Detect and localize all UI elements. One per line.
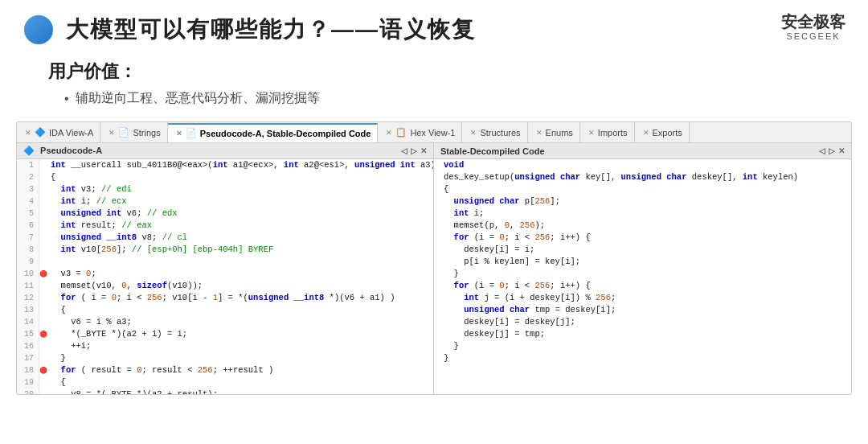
tab-close-icon[interactable]: ✕ <box>588 129 595 137</box>
tab-label[interactable]: IDA View-A <box>49 128 93 138</box>
tab-icon: 📄 <box>118 127 129 138</box>
tab-structures[interactable]: ✕ Structures <box>462 122 527 142</box>
tab-strings[interactable]: ✕ 📄 Strings <box>100 122 167 142</box>
line-number: 5 <box>17 208 39 220</box>
table-row: } <box>440 352 851 364</box>
table-row: { <box>440 183 851 195</box>
bullet-icon: • <box>64 92 69 106</box>
logo-sub: SECGEEK <box>781 31 845 41</box>
tab-icon: 🔷 <box>35 127 46 138</box>
user-value-item: • 辅助逆向工程、恶意代码分析、漏洞挖掘等 <box>48 90 820 107</box>
tab-label[interactable]: Enums <box>546 128 573 138</box>
logo-area: 安全极客 SECGEEK <box>781 11 845 41</box>
tab-imports[interactable]: ✕ Imports <box>580 122 635 142</box>
right-panel-controls: ◁ ▷ ✕ <box>819 146 845 155</box>
table-row: 16 ++i; <box>17 340 433 352</box>
code-text: unsigned char p[256]; <box>440 195 851 208</box>
tab-close-icon[interactable]: ✕ <box>176 130 182 138</box>
code-text: for (i = 0; i < 256; i++) { <box>440 232 851 244</box>
close-panel-icon[interactable]: ✕ <box>420 146 427 155</box>
user-value-text: 辅助逆向工程、恶意代码分析、漏洞挖掘等 <box>76 90 320 107</box>
table-row: for (i = 0; i < 256; i++) { <box>440 232 851 244</box>
left-panel-header: 🔷 Pseudocode-A ◁ ▷ ✕ <box>17 143 433 159</box>
scroll-left-icon[interactable]: ◁ <box>401 146 407 155</box>
tab-close-icon[interactable]: ✕ <box>108 129 115 137</box>
right-panel-title: Stable-Decompiled Code <box>440 146 545 156</box>
tab-hex-view[interactable]: ✕ 📋 Hex View-1 <box>378 122 462 142</box>
table-row: 1 int __usercall sub_4011B0@<eax>(int a1… <box>17 159 433 171</box>
tab-exports[interactable]: ✕ Exports <box>635 122 690 142</box>
tab-ida-view[interactable]: ✕ 🔷 IDA View-A <box>17 122 100 142</box>
tab-close-icon[interactable]: ✕ <box>536 129 542 137</box>
code-text: } <box>47 352 433 364</box>
scroll-right-icon-r[interactable]: ▷ <box>829 146 835 155</box>
table-row: 6 int result; // eax <box>17 220 433 232</box>
tab-enums[interactable]: ✕ Enums <box>528 122 580 142</box>
logo-main: 安全极客 <box>781 11 845 33</box>
tab-label[interactable]: Strings <box>133 128 160 138</box>
code-text: int __usercall sub_4011B0@<eax>(int a1@<… <box>47 159 433 171</box>
line-number: 11 <box>17 280 39 292</box>
table-row: 15 🔴 *(_BYTE *)(a2 + i) = i; <box>17 328 433 340</box>
code-text: { <box>47 171 433 183</box>
ide-body: 🔷 Pseudocode-A ◁ ▷ ✕ 1 int __usercall su… <box>17 143 851 394</box>
tab-bar: ✕ 🔷 IDA View-A ✕ 📄 Strings ✕ 📄 Pseudocod… <box>17 122 851 143</box>
code-text: void <box>440 159 851 171</box>
table-row: deskey[i] = i; <box>440 244 851 256</box>
ide-container: ✕ 🔷 IDA View-A ✕ 📄 Strings ✕ 📄 Pseudocod… <box>16 121 852 395</box>
tab-pseudocode-active[interactable]: ✕ 📄 Pseudocode-A, Stable-Decompiled Code <box>168 123 379 143</box>
table-row: p[i % keylen] = key[i]; <box>440 256 851 268</box>
tab-close-icon[interactable]: ✕ <box>25 129 31 137</box>
right-panel-header: Stable-Decompiled Code ◁ ▷ ✕ <box>434 143 851 159</box>
line-number: 13 <box>17 304 39 316</box>
table-row: 8 int v10[256]; // [esp+0h] [ebp-404h] B… <box>17 244 433 256</box>
code-text: v6 = i % a3; <box>47 316 433 328</box>
scroll-right-icon[interactable]: ▷ <box>411 146 417 155</box>
line-number: 6 <box>17 220 39 232</box>
tab-close-icon[interactable]: ✕ <box>643 129 649 137</box>
breakpoint-dot: 🔴 <box>39 364 47 376</box>
table-row: unsigned char tmp = deskey[i]; <box>440 304 851 316</box>
left-panel: 🔷 Pseudocode-A ◁ ▷ ✕ 1 int __usercall su… <box>17 143 434 394</box>
user-value-title: 用户价值： <box>48 60 820 84</box>
table-row: 3 int v3; // edi <box>17 183 433 195</box>
close-panel-icon-r[interactable]: ✕ <box>838 146 845 155</box>
code-text: int result; // eax <box>47 220 433 232</box>
table-row: des_key_setup(unsigned char key[], unsig… <box>440 171 851 183</box>
code-text: des_key_setup(unsigned char key[], unsig… <box>440 171 851 183</box>
code-text: unsigned char tmp = deskey[i]; <box>440 304 851 316</box>
code-text: for ( result = 0; result < 256; ++result… <box>47 364 433 376</box>
tab-label[interactable]: Imports <box>598 128 628 138</box>
code-text: v8 = *(_BYTE *)(a2 + result); <box>47 388 433 394</box>
code-text: { <box>440 183 851 195</box>
breakpoint-dot: 🔴 <box>39 268 47 280</box>
tab-close-icon[interactable]: ✕ <box>386 129 392 137</box>
code-text: *(_BYTE *)(a2 + i) = i; <box>47 328 433 340</box>
right-code-area[interactable]: voiddes_key_setup(unsigned char key[], u… <box>434 159 851 394</box>
tab-label[interactable]: Hex View-1 <box>410 128 455 138</box>
line-number: 17 <box>17 352 39 364</box>
tab-close-icon[interactable]: ✕ <box>470 129 477 137</box>
header: 大模型可以有哪些能力？——语义恢复 <box>0 0 868 53</box>
code-text: memset(p, 0, 256); <box>440 220 851 232</box>
table-row: 7 unsigned __int8 v8; // cl <box>17 232 433 244</box>
table-row: unsigned char p[256]; <box>440 195 851 208</box>
line-number: 8 <box>17 244 39 256</box>
tab-label[interactable]: Exports <box>653 128 682 138</box>
tab-icon: 📋 <box>395 127 407 138</box>
code-text: deskey[j] = tmp; <box>440 328 851 340</box>
scroll-left-icon-r[interactable]: ◁ <box>819 146 825 155</box>
table-row: int j = (i + deskey[i]) % 256; <box>440 292 851 304</box>
left-code-area[interactable]: 1 int __usercall sub_4011B0@<eax>(int a1… <box>17 159 433 394</box>
line-number: 12 <box>17 292 39 304</box>
code-text: deskey[i] = i; <box>440 244 851 256</box>
tab-label[interactable]: Structures <box>480 128 520 138</box>
table-row: 20 v8 = *(_BYTE *)(a2 + result); <box>17 388 433 394</box>
table-row: 11 memset(v10, 0, sizeof(v10)); <box>17 280 433 292</box>
breakpoint-dot: 🔴 <box>39 328 47 340</box>
line-number: 19 <box>17 376 39 388</box>
tab-label[interactable]: Pseudocode-A, Stable-Decompiled Code <box>200 129 371 138</box>
code-text: for ( i = 0; i < 256; v10[i - 1] = *(uns… <box>47 292 433 304</box>
code-text: int i; <box>440 208 851 220</box>
table-row: for (i = 0; i < 256; i++) { <box>440 280 851 292</box>
